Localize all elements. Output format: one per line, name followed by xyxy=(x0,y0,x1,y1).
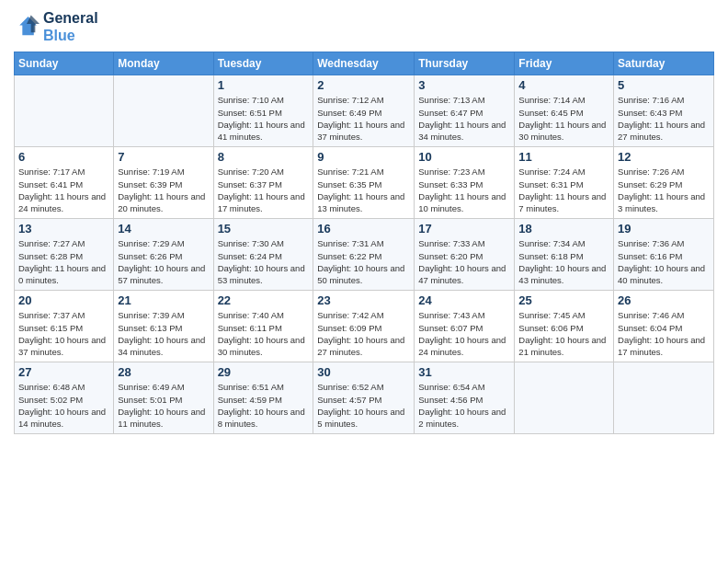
header: General Blue xyxy=(14,9,714,44)
calendar-cell: 15Sunrise: 7:30 AM Sunset: 6:24 PM Dayli… xyxy=(213,219,313,291)
calendar-cell: 20Sunrise: 7:37 AM Sunset: 6:15 PM Dayli… xyxy=(15,291,114,362)
calendar-cell: 16Sunrise: 7:31 AM Sunset: 6:22 PM Dayli… xyxy=(313,219,415,291)
calendar-cell: 25Sunrise: 7:45 AM Sunset: 6:06 PM Dayli… xyxy=(515,291,614,362)
day-info: Sunrise: 7:21 AM Sunset: 6:35 PM Dayligh… xyxy=(317,166,410,214)
col-tuesday: Tuesday xyxy=(213,52,313,75)
day-number: 10 xyxy=(418,150,510,164)
calendar-cell: 5Sunrise: 7:16 AM Sunset: 6:43 PM Daylig… xyxy=(614,75,714,147)
day-info: Sunrise: 7:40 AM Sunset: 6:11 PM Dayligh… xyxy=(218,309,310,358)
day-info: Sunrise: 7:34 AM Sunset: 6:18 PM Dayligh… xyxy=(518,237,609,286)
day-number: 1 xyxy=(218,78,310,92)
calendar-cell: 27Sunrise: 6:48 AM Sunset: 5:02 PM Dayli… xyxy=(15,362,114,434)
day-info: Sunrise: 7:37 AM Sunset: 6:15 PM Dayligh… xyxy=(18,309,109,358)
day-number: 7 xyxy=(118,150,209,164)
day-info: Sunrise: 6:48 AM Sunset: 5:02 PM Dayligh… xyxy=(18,381,109,430)
day-info: Sunrise: 7:30 AM Sunset: 6:24 PM Dayligh… xyxy=(218,237,310,286)
col-monday: Monday xyxy=(114,52,213,75)
day-number: 17 xyxy=(418,222,510,236)
day-info: Sunrise: 7:27 AM Sunset: 6:28 PM Dayligh… xyxy=(18,237,109,286)
day-number: 3 xyxy=(418,78,510,92)
day-number: 30 xyxy=(317,365,410,379)
calendar-cell: 29Sunrise: 6:51 AM Sunset: 4:59 PM Dayli… xyxy=(213,362,313,434)
day-info: Sunrise: 7:24 AM Sunset: 6:31 PM Dayligh… xyxy=(518,166,609,214)
calendar-cell: 30Sunrise: 6:52 AM Sunset: 4:57 PM Dayli… xyxy=(313,362,415,434)
calendar-table: Sunday Monday Tuesday Wednesday Thursday… xyxy=(14,52,714,434)
week-row-2: 6Sunrise: 7:17 AM Sunset: 6:41 PM Daylig… xyxy=(15,147,714,219)
day-info: Sunrise: 7:16 AM Sunset: 6:43 PM Dayligh… xyxy=(618,94,710,143)
day-info: Sunrise: 7:33 AM Sunset: 6:20 PM Dayligh… xyxy=(418,237,510,286)
header-row: Sunday Monday Tuesday Wednesday Thursday… xyxy=(15,52,714,75)
calendar-cell: 10Sunrise: 7:23 AM Sunset: 6:33 PM Dayli… xyxy=(415,147,515,219)
calendar-cell: 2Sunrise: 7:12 AM Sunset: 6:49 PM Daylig… xyxy=(313,75,415,147)
week-row-4: 20Sunrise: 7:37 AM Sunset: 6:15 PM Dayli… xyxy=(15,291,714,362)
calendar-cell: 22Sunrise: 7:40 AM Sunset: 6:11 PM Dayli… xyxy=(213,291,313,362)
day-number: 23 xyxy=(317,293,410,307)
calendar-cell: 14Sunrise: 7:29 AM Sunset: 6:26 PM Dayli… xyxy=(114,219,213,291)
calendar-cell: 11Sunrise: 7:24 AM Sunset: 6:31 PM Dayli… xyxy=(515,147,614,219)
day-info: Sunrise: 7:43 AM Sunset: 6:07 PM Dayligh… xyxy=(418,309,510,358)
calendar-cell: 21Sunrise: 7:39 AM Sunset: 6:13 PM Dayli… xyxy=(114,291,213,362)
day-info: Sunrise: 7:14 AM Sunset: 6:45 PM Dayligh… xyxy=(518,94,609,143)
week-row-5: 27Sunrise: 6:48 AM Sunset: 5:02 PM Dayli… xyxy=(15,362,714,434)
day-number: 27 xyxy=(18,365,109,379)
day-number: 8 xyxy=(218,150,310,164)
day-info: Sunrise: 6:52 AM Sunset: 4:57 PM Dayligh… xyxy=(317,381,410,430)
calendar-cell xyxy=(515,362,614,434)
col-sunday: Sunday xyxy=(15,52,114,75)
day-info: Sunrise: 7:23 AM Sunset: 6:33 PM Dayligh… xyxy=(418,166,510,214)
day-number: 31 xyxy=(418,365,510,379)
day-info: Sunrise: 7:36 AM Sunset: 6:16 PM Dayligh… xyxy=(618,237,710,286)
day-number: 4 xyxy=(518,78,609,92)
day-number: 14 xyxy=(118,222,209,236)
calendar-cell: 8Sunrise: 7:20 AM Sunset: 6:37 PM Daylig… xyxy=(213,147,313,219)
day-number: 11 xyxy=(518,150,609,164)
calendar-cell: 18Sunrise: 7:34 AM Sunset: 6:18 PM Dayli… xyxy=(515,219,614,291)
day-info: Sunrise: 7:39 AM Sunset: 6:13 PM Dayligh… xyxy=(118,309,209,358)
calendar-cell: 9Sunrise: 7:21 AM Sunset: 6:35 PM Daylig… xyxy=(313,147,415,219)
day-number: 28 xyxy=(118,365,209,379)
logo-icon xyxy=(14,14,40,40)
calendar-page: General Blue Sunday Monday Tuesday Wedne… xyxy=(0,0,728,563)
col-wednesday: Wednesday xyxy=(313,52,415,75)
day-number: 13 xyxy=(18,222,109,236)
day-number: 26 xyxy=(618,293,710,307)
day-info: Sunrise: 7:20 AM Sunset: 6:37 PM Dayligh… xyxy=(218,166,310,214)
day-info: Sunrise: 7:46 AM Sunset: 6:04 PM Dayligh… xyxy=(618,309,710,358)
day-info: Sunrise: 7:45 AM Sunset: 6:06 PM Dayligh… xyxy=(518,309,609,358)
col-thursday: Thursday xyxy=(415,52,515,75)
day-info: Sunrise: 7:26 AM Sunset: 6:29 PM Dayligh… xyxy=(618,166,710,214)
calendar-cell: 31Sunrise: 6:54 AM Sunset: 4:56 PM Dayli… xyxy=(415,362,515,434)
calendar-cell: 3Sunrise: 7:13 AM Sunset: 6:47 PM Daylig… xyxy=(415,75,515,147)
day-info: Sunrise: 7:17 AM Sunset: 6:41 PM Dayligh… xyxy=(18,166,109,214)
calendar-cell: 13Sunrise: 7:27 AM Sunset: 6:28 PM Dayli… xyxy=(15,219,114,291)
day-number: 12 xyxy=(618,150,710,164)
day-number: 24 xyxy=(418,293,510,307)
day-info: Sunrise: 7:29 AM Sunset: 6:26 PM Dayligh… xyxy=(118,237,209,286)
day-number: 21 xyxy=(118,293,209,307)
calendar-cell: 4Sunrise: 7:14 AM Sunset: 6:45 PM Daylig… xyxy=(515,75,614,147)
day-info: Sunrise: 6:49 AM Sunset: 5:01 PM Dayligh… xyxy=(118,381,209,430)
day-number: 5 xyxy=(618,78,710,92)
calendar-cell: 24Sunrise: 7:43 AM Sunset: 6:07 PM Dayli… xyxy=(415,291,515,362)
day-number: 25 xyxy=(518,293,609,307)
calendar-cell: 6Sunrise: 7:17 AM Sunset: 6:41 PM Daylig… xyxy=(15,147,114,219)
calendar-cell xyxy=(15,75,114,147)
day-number: 19 xyxy=(618,222,710,236)
day-info: Sunrise: 7:42 AM Sunset: 6:09 PM Dayligh… xyxy=(317,309,410,358)
day-number: 16 xyxy=(317,222,410,236)
calendar-cell: 28Sunrise: 6:49 AM Sunset: 5:01 PM Dayli… xyxy=(114,362,213,434)
calendar-cell: 7Sunrise: 7:19 AM Sunset: 6:39 PM Daylig… xyxy=(114,147,213,219)
day-number: 18 xyxy=(518,222,609,236)
col-saturday: Saturday xyxy=(614,52,714,75)
calendar-cell: 17Sunrise: 7:33 AM Sunset: 6:20 PM Dayli… xyxy=(415,219,515,291)
day-info: Sunrise: 7:13 AM Sunset: 6:47 PM Dayligh… xyxy=(418,94,510,143)
day-number: 2 xyxy=(317,78,410,92)
col-friday: Friday xyxy=(515,52,614,75)
logo-text: General Blue xyxy=(43,9,98,44)
week-row-1: 1Sunrise: 7:10 AM Sunset: 6:51 PM Daylig… xyxy=(15,75,714,147)
calendar-cell xyxy=(614,362,714,434)
calendar-cell xyxy=(114,75,213,147)
calendar-cell: 19Sunrise: 7:36 AM Sunset: 6:16 PM Dayli… xyxy=(614,219,714,291)
calendar-cell: 26Sunrise: 7:46 AM Sunset: 6:04 PM Dayli… xyxy=(614,291,714,362)
day-info: Sunrise: 6:51 AM Sunset: 4:59 PM Dayligh… xyxy=(218,381,310,430)
